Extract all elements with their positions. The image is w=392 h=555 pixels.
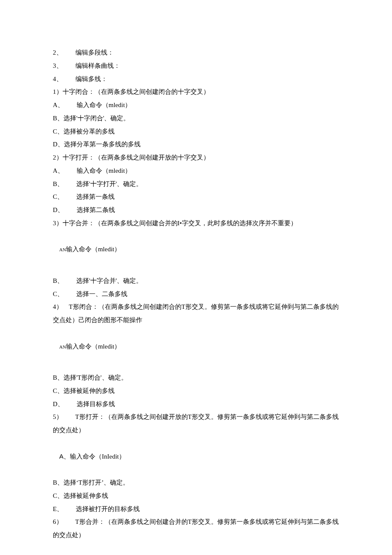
text-line: B、选择'十字闭合'、确定。	[53, 112, 339, 125]
text-line: A、 输入命令（mledit）	[53, 164, 339, 177]
text-line: C、 选择第一条线	[53, 190, 339, 203]
text-content: 输入命令（mledit）	[66, 343, 121, 350]
text-line: 5） T形打开：（在两条多线之间创建开放的T形交叉。修剪第一条多线或将它延伸到与…	[53, 410, 339, 437]
text-line: D、选择分革第一条多线的多线	[53, 138, 339, 151]
text-line: 4） T形闭合：（在两条多线之间创建闭合的T形交叉。修剪第一条多线或将它延伸到与…	[53, 300, 339, 327]
text-line: AN输入命令（mledit）	[53, 230, 339, 269]
sans-letter-a: A	[59, 453, 63, 460]
text-line: 3）十字合并：（在两条多线之间创建合并的I•字交叉，此时多线的选择次序并不重要）	[53, 217, 339, 230]
blank-line	[53, 269, 339, 274]
text-line: D、 选择第二条线	[53, 203, 339, 217]
text-content: 、输入命令（InIedit）	[63, 453, 125, 460]
text-line: 6） T形合并：（在两条多线之间创建合并的T形交叉。修剪第一条多线或将它延伸到与…	[53, 515, 339, 542]
text-line: C、 选择一、二条多线	[53, 288, 339, 301]
text-line: B、 选择'十字打开'、确定。	[53, 177, 339, 191]
text-line: 4、 编辑多线：	[53, 73, 339, 86]
text-line: A、 输入命令（mledit）	[53, 99, 339, 112]
text-line: A、输入命令（mledit）	[53, 542, 339, 555]
text-line: B、选择'T形闭合'、确定。	[53, 371, 339, 384]
text-line: 3、 编辑样条曲线：	[53, 59, 339, 73]
an-subscript: AN	[59, 247, 66, 252]
text-line: 2、 编辑多段线：	[53, 46, 339, 59]
text-line: 2）十字打开：（在两条多线之间创建开放的十字交叉）	[53, 151, 339, 164]
blank-line	[53, 366, 339, 371]
text-line: B、选择‘T形打开’、确定。	[53, 476, 339, 489]
text-line: AN输入命令（mledit）	[53, 327, 339, 366]
text-content: 输入命令（mledit）	[66, 246, 121, 253]
an-subscript: AN	[59, 344, 66, 349]
document-page: 2、 编辑多段线： 3、 编辑样条曲线： 4、 编辑多线： 1）十字闭合：（在两…	[0, 0, 392, 555]
text-line: E、 选择被打开的目标多线	[53, 503, 339, 516]
text-line: B、 选择'十字合并'、确定。	[53, 274, 339, 288]
text-line: 1）十字闭合：（在两条多线之间创建闭合的十字交叉）	[53, 85, 339, 99]
text-line: C、选择被分革的多线	[53, 125, 339, 138]
text-line: A、输入命令（InIedit）	[53, 437, 339, 476]
text-line: C、选择被延伸多线	[53, 489, 339, 503]
text-line: D、 选择目标多线	[53, 398, 339, 411]
text-line: C、选择被延伸的多线	[53, 384, 339, 398]
